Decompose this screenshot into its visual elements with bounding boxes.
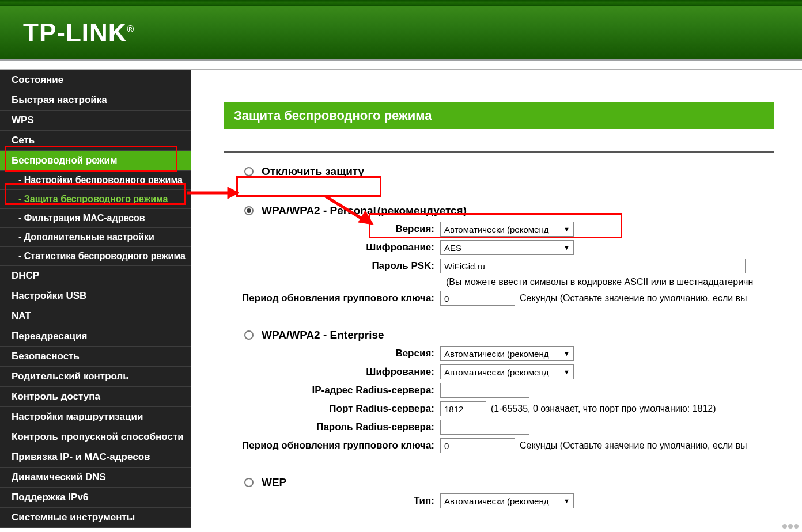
personal-psk-hint: (Вы можете ввести символы в кодировке AS… [446, 277, 774, 287]
personal-rekey-hint: Секунды (Оставьте значение по умолчанию,… [520, 293, 747, 303]
sidebar-item-0[interactable]: Состояние [0, 70, 191, 90]
caret-icon: ▼ [563, 368, 570, 375]
header-top-stripe [0, 0, 802, 6]
option-disable[interactable]: Отключить защиту [244, 165, 774, 178]
sidebar-item-2[interactable]: WPS [0, 111, 191, 131]
personal-version-label: Версия: [224, 223, 440, 235]
ent-rekey-label: Период обновления группового ключа: [224, 440, 440, 451]
sidebar-item-17[interactable]: Настройки маршрутизации [0, 407, 191, 427]
caret-icon: ▼ [563, 350, 570, 357]
sidebar-item-7[interactable]: - Фильтрация MAC-адресов [0, 209, 191, 228]
ent-radius-port-hint: (1-65535, 0 означает, что порт про умолч… [491, 404, 716, 414]
ent-enc-label: Шифрование: [224, 366, 440, 378]
caret-icon: ▼ [563, 244, 570, 251]
sidebar-item-1[interactable]: Быстрая настройка [0, 90, 191, 111]
sidebar-item-20[interactable]: Динамический DNS [0, 468, 191, 488]
personal-psk-label: Пароль PSK: [224, 260, 440, 272]
wep-type-label: Тип: [224, 495, 440, 507]
option-wep-label: WEP [262, 476, 286, 489]
sidebar-item-18[interactable]: Контроль пропускной способности [0, 427, 191, 447]
sidebar-item-13[interactable]: Переадресация [0, 326, 191, 347]
radio-wep[interactable] [244, 478, 254, 487]
sidebar-item-15[interactable]: Родительский контроль [0, 367, 191, 387]
option-wpa-enterprise-label: WPA/WPA2 - Enterprise [262, 329, 384, 341]
personal-version-select[interactable]: Автоматически (рекоменд ▼ [440, 222, 574, 237]
sidebar-item-22[interactable]: Системные инструменты [0, 508, 191, 528]
sidebar-item-21[interactable]: Поддержка IPv6 [0, 488, 191, 508]
caret-icon: ▼ [563, 226, 570, 233]
ent-version-select[interactable]: Автоматически (рекоменд ▼ [440, 346, 574, 361]
ent-radius-ip-label: IP-адрес Radius-сервера: [224, 385, 440, 396]
sidebar-item-5[interactable]: - Настройки беспроводного режима [0, 171, 191, 190]
ent-radius-port-input[interactable]: 1812 [440, 401, 486, 416]
sidebar-item-4[interactable]: Беспроводной режим [0, 151, 191, 171]
radio-wpa-personal[interactable] [244, 206, 254, 215]
wep-type-select[interactable]: Автоматически (рекоменд ▼ [440, 493, 574, 508]
ent-radius-port-label: Порт Radius-сервера: [224, 403, 440, 415]
dots-icon [782, 524, 799, 529]
option-wpa-personal-hint: (рекомендуется) [377, 204, 467, 217]
caret-icon: ▼ [563, 497, 570, 504]
header-gap [0, 61, 802, 70]
personal-enc-label: Шифрование: [224, 242, 440, 253]
ent-radius-pw-label: Пароль Radius-сервера: [224, 421, 440, 433]
sidebar-item-14[interactable]: Безопасность [0, 347, 191, 367]
page-title: Защита беспроводного режима [224, 102, 774, 129]
security-form: Отключить защиту WPA/WPA2 - Personal (ре… [224, 153, 774, 508]
personal-rekey-input[interactable]: 0 [440, 291, 515, 306]
sidebar-item-6[interactable]: - Защита беспроводного режима [0, 190, 191, 209]
sidebar-item-8[interactable]: - Дополнительные настройки [0, 228, 191, 247]
sidebar-item-16[interactable]: Контроль доступа [0, 387, 191, 407]
sidebar-item-9[interactable]: - Статистика беспроводного режима [0, 247, 191, 266]
personal-enc-select[interactable]: AES ▼ [440, 240, 574, 255]
ent-radius-pw-input[interactable] [440, 420, 529, 435]
personal-rekey-label: Период обновления группового ключа: [224, 292, 440, 304]
personal-psk-input[interactable]: WiFiGid.ru [440, 259, 746, 273]
option-disable-label: Отключить защиту [262, 165, 364, 178]
sidebar-item-19[interactable]: Привязка IP- и MAC-адресов [0, 447, 191, 468]
option-wpa-personal[interactable]: WPA/WPA2 - Personal (рекомендуется) [244, 204, 774, 217]
sidebar-item-11[interactable]: Настройки USB [0, 286, 191, 306]
ent-enc-select[interactable]: Автоматически (рекоменд ▼ [440, 364, 574, 379]
option-wpa-personal-label: WPA/WPA2 - Personal [262, 204, 376, 217]
option-wep[interactable]: WEP [244, 476, 774, 489]
sidebar-item-12[interactable]: NAT [0, 306, 191, 326]
ent-rekey-hint: Секунды (Оставьте значение по умолчанию,… [520, 440, 747, 451]
radio-wpa-enterprise[interactable] [244, 330, 254, 340]
ent-version-label: Версия: [224, 348, 440, 359]
ent-radius-ip-input[interactable] [440, 383, 529, 398]
sidebar: СостояниеБыстрая настройкаWPSСетьБеспров… [0, 70, 191, 528]
sidebar-item-3[interactable]: Сеть [0, 131, 191, 151]
content-area: Защита беспроводного режима Отключить за… [191, 70, 802, 528]
ent-rekey-input[interactable]: 0 [440, 438, 515, 453]
brand-logo: TP-LINK® [23, 18, 134, 47]
header: TP-LINK® [0, 6, 802, 61]
radio-disable[interactable] [244, 167, 254, 176]
sidebar-item-10[interactable]: DHCP [0, 266, 191, 286]
option-wpa-enterprise[interactable]: WPA/WPA2 - Enterprise [244, 329, 774, 341]
